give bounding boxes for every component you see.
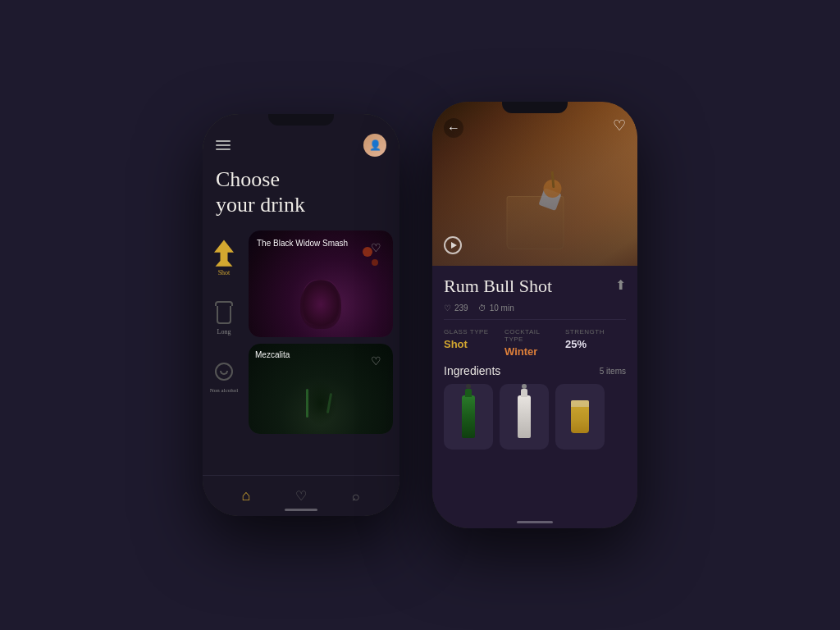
nonalcohol-icon-container [211,358,237,385]
left-main: Shot Long [203,227,399,475]
long-glass-icon [217,301,231,324]
play-button[interactable] [444,236,462,254]
hamburger-line-3 [216,148,231,150]
meta-time: ⏱ 10 min [478,304,514,313]
avatar[interactable]: 👤 [363,134,386,157]
time-value: 10 min [490,304,514,313]
spec-cocktail-type: COCKTAIL TYPE Winter [504,328,565,358]
hero-title: Choose your drink [203,163,399,227]
notch-right [502,102,568,113]
cocktail-type-value: Winter [504,345,557,358]
white-bottle-icon [518,395,531,438]
cocktail-type-label: COCKTAIL TYPE [504,328,557,343]
card-favorite-mezcalita[interactable]: ♡ [367,352,385,370]
sidebar: Shot Long [203,227,245,475]
nav-home[interactable]: ⌂ [235,484,258,508]
card-title-black-widow: The Black Widow Smash [257,239,348,248]
cards-area: The Black Widow Smash ♡ Mezcalita [245,227,399,475]
photo-favorite-button[interactable]: ♡ [613,116,626,135]
glass-type-value: Shot [444,338,496,350]
phone-right: ← ♡ Rum Bull Shot ⬆ ♡ 239 [432,102,637,528]
glass-type-label: GLASS TYPE [444,328,496,336]
card-black-widow-smash[interactable]: The Black Widow Smash ♡ [249,231,393,337]
ingredients-count: 5 items [600,367,626,376]
hamburger-line-2 [216,144,231,146]
home-icon: ⌂ [242,487,251,504]
card-title-mezcalita: Mezcalita [255,350,290,359]
share-icon[interactable]: ⬆ [615,277,626,293]
specs-row: GLASS TYPE Shot COCKTAIL TYPE Winter STR… [444,319,626,358]
drink-meta: ♡ 239 ⏱ 10 min [444,304,626,313]
phone-left: 👤 Choose your drink Sho [203,114,399,516]
phones-container: 👤 Choose your drink Sho [203,102,637,528]
search-icon: ⌕ [352,489,360,504]
sidebar-item-nonalcohol[interactable]: Non alcohol [203,352,245,400]
beer-glass-icon [571,400,589,433]
hamburger-line-1 [216,140,231,142]
drink-title: Rum Bull Shot [444,276,552,297]
home-indicator-right [517,521,553,523]
smiley-icon [215,363,233,381]
strength-value: 25% [565,338,618,350]
spec-strength: STRENGTH 25% [565,328,626,358]
detail-section: Rum Bull Shot ⬆ ♡ 239 ⏱ 10 min [432,266,637,528]
play-icon [451,242,457,249]
herb-sprig [316,288,326,313]
herb-1 [306,389,308,418]
card-mezcalita[interactable]: Mezcalita ♡ [249,344,393,434]
nav-search[interactable]: ⌕ [345,486,367,507]
meta-likes: ♡ 239 [444,304,468,313]
card-favorite-black-widow[interactable]: ♡ [367,239,385,257]
favorites-icon: ♡ [295,488,307,504]
likes-count: 239 [454,304,468,313]
drink-photo: ← ♡ [432,102,637,266]
sidebar-label-shot: Shot [218,269,231,276]
screen-left: 👤 Choose your drink Sho [203,114,399,516]
long-icon-container [211,299,237,326]
cocktail-glass-visual [303,280,340,325]
drink-title-row: Rum Bull Shot ⬆ [444,276,626,297]
home-indicator-left [285,509,317,511]
spec-glass-type: GLASS TYPE Shot [444,328,504,358]
nav-favorites[interactable]: ♡ [289,485,313,507]
menu-button[interactable] [216,140,231,150]
clock-meta-icon: ⏱ [478,304,486,313]
screen-right: ← ♡ Rum Bull Shot ⬆ ♡ 239 [432,102,637,528]
berry-2 [372,259,378,266]
ingredient-beer-glass[interactable] [555,384,605,450]
ingredients-list [444,384,626,450]
martini-icon [212,240,236,267]
sidebar-item-long[interactable]: Long [203,293,245,342]
back-button[interactable]: ← [444,118,463,138]
sidebar-item-shot[interactable]: Shot [203,234,245,283]
sidebar-label-long: Long [217,328,231,336]
title-line1: Choose your drink [216,167,386,217]
heart-meta-icon: ♡ [444,304,451,313]
notch-left [268,114,334,126]
green-bottle-icon [462,395,475,438]
shot-icon-container [211,240,237,267]
ingredients-header: Ingredients 5 items [444,364,626,377]
ingredients-title: Ingredients [444,364,500,377]
ingredient-white-bottle[interactable] [500,384,549,450]
mezcalita-glass [304,381,337,426]
ingredient-green-bottle[interactable] [444,384,493,450]
sidebar-label-nonalcohol: Non alcohol [210,387,238,394]
strength-label: STRENGTH [565,328,618,336]
